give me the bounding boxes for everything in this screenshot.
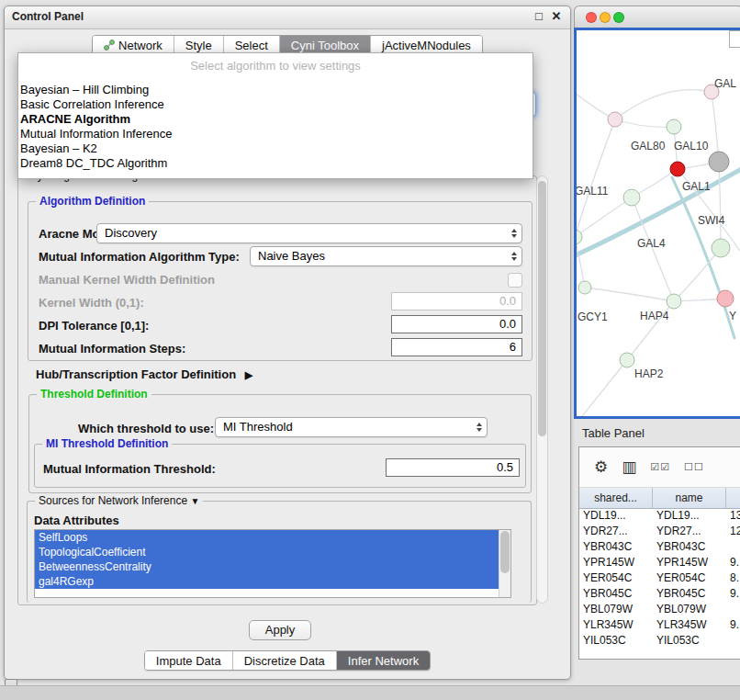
- tab-network[interactable]: Network: [93, 36, 174, 54]
- which-threshold-value: MI Threshold: [223, 420, 293, 434]
- table-cell: 12: [726, 524, 740, 539]
- kernel-width-field: 0.0: [391, 292, 522, 310]
- columns-icon[interactable]: ▥: [622, 459, 636, 475]
- network-canvas[interactable]: GALGAL80GAL10GAL11GAL1SWI4GAL4GCY1HAP4YH…: [577, 30, 740, 419]
- dropdown-items: Bayesian – Hill ClimbingBasic Correlatio…: [18, 83, 533, 171]
- data-attribute-item[interactable]: BetweennessCentrality: [35, 559, 510, 574]
- table-cell: YPR145W: [653, 555, 726, 570]
- network-node-label: GAL: [714, 77, 736, 90]
- data-attribute-item[interactable]: gal4RGexp: [35, 574, 510, 589]
- table-cell: 9.: [726, 586, 740, 602]
- tab-impute-data[interactable]: Impute Data: [145, 651, 232, 670]
- algorithm-dropdown-list: Select algorithm to view settings Bayesi…: [17, 52, 533, 179]
- algorithm-option-aracne-algorithm[interactable]: ARACNE Algorithm: [18, 112, 533, 127]
- tab-cyni-toolbox[interactable]: Cyni Toolbox: [279, 36, 370, 54]
- table-row[interactable]: YBR045CYBR045C9.: [579, 586, 740, 602]
- apply-button[interactable]: Apply: [249, 620, 311, 640]
- tab-label: Select: [235, 39, 268, 52]
- tab-jactivemnodules[interactable]: jActiveMNodules: [370, 36, 482, 54]
- table-cell: YBR045C: [653, 586, 726, 602]
- table-cell: YER054C: [653, 570, 726, 586]
- algorithm-option-dream8-dc-tdc-algorithm[interactable]: Dream8 DC_TDC Algorithm: [18, 156, 533, 171]
- bottom-status-strip: [0, 685, 740, 700]
- manual-kernel-checkbox[interactable]: [508, 273, 522, 288]
- table-row[interactable]: YER054CYER054C8.: [579, 570, 740, 586]
- settings-scrollbar[interactable]: [536, 175, 548, 604]
- combo-arrows-icon: [511, 252, 517, 261]
- table-cell: YIL053C: [579, 633, 653, 649]
- network-node-label: HAP4: [640, 310, 669, 322]
- network-node-label: GAL11: [577, 185, 609, 198]
- algorithm-option-mutual-information-inference[interactable]: Mutual Information Inference: [18, 127, 533, 141]
- float-window-icon[interactable]: □: [532, 9, 546, 23]
- tab-discretize-data[interactable]: Discretize Data: [232, 651, 336, 670]
- tab-label: jActiveMNodules: [382, 39, 471, 52]
- data-attribute-item[interactable]: TopologicalCoefficient: [35, 545, 510, 559]
- mac-zoom-icon[interactable]: [613, 12, 624, 23]
- algorithm-option-basic-correlation-inference[interactable]: Basic Correlation Inference: [18, 97, 533, 112]
- data-attribute-item[interactable]: SelfLoops: [35, 530, 510, 545]
- expand-down-icon[interactable]: ▼: [190, 496, 199, 506]
- tab-infer-network[interactable]: Infer Network: [336, 651, 430, 670]
- table-row[interactable]: YDL19...YDL19...13: [579, 508, 740, 524]
- sources-group-title[interactable]: Sources for Network Inference ▼: [35, 494, 203, 507]
- table-column-header[interactable]: [726, 488, 740, 508]
- threshold-group: Threshold Definition Which threshold to …: [28, 394, 532, 493]
- attribute-list-scrollbar[interactable]: [499, 530, 510, 597]
- tab-style[interactable]: Style: [174, 36, 223, 54]
- algorithm-option-bayesian-k2[interactable]: Bayesian – K2: [18, 141, 533, 156]
- tab-label: Network: [118, 39, 163, 52]
- table-column-header[interactable]: name: [653, 488, 726, 508]
- network-edge: [577, 119, 615, 237]
- network-edge: [578, 360, 627, 419]
- table-cell: [726, 539, 740, 555]
- network-edge: [719, 162, 721, 248]
- which-threshold-select[interactable]: MI Threshold: [215, 417, 488, 437]
- network-node[interactable]: [670, 162, 685, 176]
- mi-type-select[interactable]: Naive Bayes: [250, 246, 522, 266]
- scrollbar-thumb[interactable]: [500, 531, 510, 573]
- network-node-label: GAL80: [631, 140, 666, 152]
- network-node[interactable]: [712, 239, 730, 257]
- table-row[interactable]: YLR345WYLR345W9.: [579, 617, 740, 633]
- network-node[interactable]: [717, 290, 734, 307]
- mi-threshold-group: MI Threshold Definition Mutual Informati…: [34, 444, 526, 488]
- mac-close-icon[interactable]: [586, 12, 597, 23]
- hub-section-toggle[interactable]: Hub/Transcription Factor Definition ▶: [36, 367, 252, 381]
- expand-right-icon[interactable]: ▶: [245, 369, 252, 380]
- control-panel-title: Control Panel: [12, 10, 84, 23]
- algorithm-option-bayesian-hill-climbing[interactable]: Bayesian – Hill Climbing: [18, 83, 533, 97]
- network-node[interactable]: [608, 112, 622, 127]
- cyni-settings-group: Cyni Algorithm Settings Algorithm Defini…: [17, 175, 537, 605]
- aracne-mode-value: Discovery: [105, 226, 157, 240]
- mac-minimize-icon[interactable]: [600, 12, 611, 23]
- network-node[interactable]: [578, 281, 591, 294]
- dpi-tolerance-field[interactable]: 0.0: [391, 315, 522, 333]
- mi-type-value: Naive Bayes: [258, 249, 325, 263]
- network-node[interactable]: [623, 189, 640, 206]
- table-column-header[interactable]: shared...: [579, 488, 653, 508]
- network-toolbar-fragment[interactable]: [729, 30, 740, 48]
- gear-icon[interactable]: ⚙: [594, 459, 608, 475]
- close-icon[interactable]: ✕: [549, 9, 564, 23]
- table-row[interactable]: YPR145WYPR145W9.: [579, 555, 740, 570]
- aracne-mode-select[interactable]: Discovery: [96, 223, 522, 243]
- table-row[interactable]: YBL079WYBL079W: [579, 602, 740, 617]
- mi-steps-field[interactable]: 6: [391, 338, 522, 356]
- kernel-width-label: Kernel Width (0,1):: [39, 296, 144, 310]
- bottom-tab-row: Impute DataDiscretize DataInfer Network: [5, 650, 570, 671]
- network-node[interactable]: [667, 119, 681, 134]
- network-node[interactable]: [709, 152, 729, 172]
- table-row[interactable]: YIL053CYIL053C: [579, 633, 740, 649]
- network-node[interactable]: [620, 353, 634, 367]
- select-all-checkboxes-icon[interactable]: ☑☑: [650, 462, 670, 472]
- settings-scrollbar-thumb[interactable]: [538, 181, 546, 436]
- network-node[interactable]: [667, 294, 681, 309]
- clear-all-checkboxes-icon[interactable]: ☐☐: [684, 462, 704, 472]
- table-row[interactable]: YBR043CYBR043C: [579, 539, 740, 555]
- mi-threshold-field[interactable]: 0.5: [386, 458, 520, 477]
- table-cell: YPR145W: [579, 555, 653, 570]
- tab-select[interactable]: Select: [223, 36, 279, 54]
- network-node-label: Y: [729, 310, 736, 322]
- table-row[interactable]: YDR27...YDR27...12: [579, 524, 740, 539]
